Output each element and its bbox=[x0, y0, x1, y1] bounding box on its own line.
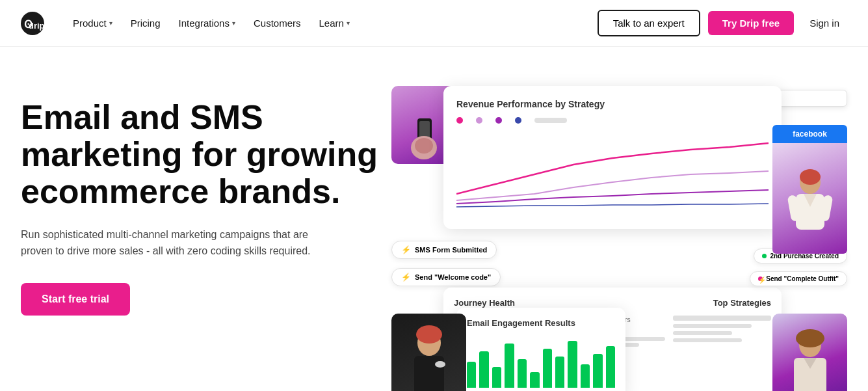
bar-12 bbox=[606, 346, 615, 388]
chevron-down-icon-3: ▾ bbox=[347, 20, 350, 27]
svg-text:drip: drip bbox=[29, 21, 44, 31]
start-free-trial-button[interactable]: Start free trial bbox=[21, 283, 130, 316]
logo[interactable]: ʘ drip bbox=[21, 12, 44, 35]
bar-11 bbox=[593, 354, 602, 388]
sms-form-pill: ⚡ SMS Form Submitted bbox=[391, 241, 497, 259]
hero-image-woman-right bbox=[772, 314, 847, 391]
journey-title: Journey Health bbox=[454, 298, 515, 308]
svg-point-20 bbox=[796, 329, 824, 347]
svg-rect-4 bbox=[419, 121, 430, 138]
sign-in-button[interactable]: Sign in bbox=[802, 12, 847, 34]
revenue-chart bbox=[456, 129, 769, 213]
svg-point-10 bbox=[800, 169, 821, 185]
talk-to-expert-button[interactable]: Talk to an expert bbox=[598, 10, 700, 36]
bar-7 bbox=[543, 349, 552, 388]
chart-legend bbox=[456, 117, 769, 124]
pink-bolt-icon: ⚡ bbox=[758, 276, 763, 281]
hero-illustration: Person viewed jackets Revenue Performanc… bbox=[391, 86, 847, 391]
email-engagement-card: Email Engagement Results bbox=[456, 308, 625, 391]
bar-4 bbox=[505, 344, 514, 388]
chevron-down-icon-2: ▾ bbox=[232, 20, 235, 27]
bar-1 bbox=[467, 362, 476, 388]
nav-links: Product ▾ Pricing Integrations ▾ Custome… bbox=[65, 12, 598, 34]
bolt-icon: ⚡ bbox=[401, 245, 411, 254]
bolt-icon-2: ⚡ bbox=[401, 273, 411, 282]
try-drip-free-button[interactable]: Try Drip free bbox=[708, 11, 794, 35]
svg-point-6 bbox=[415, 138, 433, 154]
email-card-title: Email Engagement Results bbox=[467, 318, 615, 328]
facebook-card: facebook bbox=[772, 125, 847, 254]
jacket-woman-illustration bbox=[784, 163, 836, 254]
email-bar-chart bbox=[467, 336, 615, 388]
nav-item-pricing[interactable]: Pricing bbox=[123, 12, 168, 34]
navbar: ʘ drip Product ▾ Pricing Integrations ▾ … bbox=[0, 0, 868, 47]
svg-point-16 bbox=[416, 325, 442, 344]
revenue-performance-card: Revenue Performance by Strategy bbox=[443, 86, 782, 229]
hero-left: Email and SMS marketing for growing ecom… bbox=[21, 86, 378, 316]
bar-9 bbox=[568, 341, 577, 388]
nav-item-learn[interactable]: Learn ▾ bbox=[311, 12, 357, 34]
phone-hand-illustration bbox=[404, 112, 443, 164]
nav-actions: Talk to an expert Try Drip free Sign in bbox=[598, 10, 847, 36]
hero-image-woman-left bbox=[391, 314, 466, 391]
nav-item-customers[interactable]: Customers bbox=[246, 12, 309, 34]
top-strategies-title: Top Strategies bbox=[713, 298, 771, 308]
journey-header: Journey Health Top Strategies bbox=[454, 298, 771, 308]
bar-3 bbox=[492, 367, 501, 388]
hero-section: Email and SMS marketing for growing ecom… bbox=[0, 47, 868, 391]
bar-6 bbox=[530, 372, 539, 388]
hero-title: Email and SMS marketing for growing ecom… bbox=[21, 99, 378, 211]
woman-right-illustration bbox=[781, 320, 839, 391]
woman-left-illustration bbox=[400, 320, 458, 391]
nav-item-integrations[interactable]: Integrations ▾ bbox=[171, 12, 243, 34]
top-strategies-col bbox=[673, 316, 771, 381]
complete-outfit-pill: ⚡ Send "Complete Outfit" bbox=[750, 271, 847, 286]
bar-10 bbox=[581, 364, 590, 388]
bar-5 bbox=[518, 359, 527, 388]
drip-logo-icon: ʘ drip bbox=[21, 12, 44, 35]
revenue-card-title: Revenue Performance by Strategy bbox=[456, 99, 769, 109]
svg-point-18 bbox=[435, 361, 445, 368]
bar-8 bbox=[555, 357, 564, 388]
nav-item-product[interactable]: Product ▾ bbox=[65, 12, 120, 34]
chevron-down-icon: ▾ bbox=[109, 20, 112, 27]
bar-2 bbox=[479, 351, 488, 388]
hero-subtitle: Run sophisticated multi-channel marketin… bbox=[21, 226, 333, 260]
green-dot-icon bbox=[762, 254, 767, 258]
welcome-code-pill: ⚡ Send "Welcome code" bbox=[391, 268, 501, 286]
